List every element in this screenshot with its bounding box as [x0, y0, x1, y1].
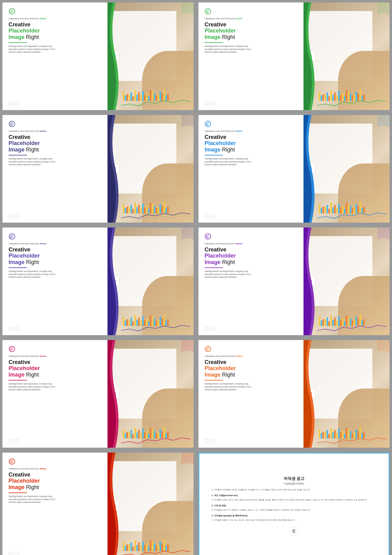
slide-title: Creative Placeholder Image Right [9, 247, 101, 266]
corner-accent [181, 2, 194, 15]
line-chart [317, 211, 386, 220]
slide-pretitle: Letterpress next level trust fund, befor… [205, 355, 297, 358]
copyright-subtitle: Copyright Notice [284, 482, 304, 485]
download-icon[interactable]: ↓ [9, 327, 13, 331]
corner-accent [377, 115, 390, 127]
slide-icon-row: ↓ ↑ [9, 552, 101, 555]
slide-pretitle: Letterpress next level trust fund, befor… [9, 355, 101, 358]
download-icon[interactable]: ↓ [9, 439, 13, 443]
download-icon[interactable]: ↓ [9, 101, 13, 106]
slide: Letterpress next level trust fund, befor… [198, 228, 390, 335]
slide-wrapper: Letterpress next level trust fund, befor… [0, 450, 196, 555]
download-icon[interactable]: ↓ [205, 327, 209, 331]
copyright-title: 저작권 공고 [284, 476, 305, 481]
share-icon[interactable]: ↑ [15, 214, 19, 218]
slide-title: Creative Placeholder Image Right [205, 134, 297, 153]
share-icon[interactable]: ↑ [211, 439, 215, 443]
slide-left: Letterpress next level trust fund, befor… [2, 2, 107, 110]
download-icon[interactable]: ↓ [205, 439, 209, 443]
slide: Letterpress next level trust fund, befor… [198, 340, 390, 448]
bar-chart [123, 121, 190, 213]
share-icon[interactable]: ↑ [15, 552, 19, 555]
slide-right: C [107, 228, 194, 335]
slide-body: Hashtag fashion axe fingerstache, everyd… [9, 495, 101, 504]
share-icon[interactable]: ↑ [211, 101, 215, 106]
slide-icon-row: ↓ ↑ [205, 101, 297, 106]
corner-accent [377, 228, 390, 240]
line-chart [121, 436, 190, 445]
slide-logo-icon [9, 233, 15, 240]
slide: Letterpress next level trust fund, befor… [198, 2, 390, 110]
line-chart [317, 436, 386, 445]
slide-right: C [303, 115, 390, 223]
slide-icon-row: ↓ ↑ [205, 327, 297, 331]
slide-right: C [303, 340, 390, 448]
slide: Letterpress next level trust fund, befor… [2, 115, 194, 223]
slide-pretitle: Letterpress next level trust fund, befor… [9, 242, 101, 245]
slide-body: Hashtag fashion axe fingerstache, everyd… [205, 382, 297, 391]
slide-wrapper: Letterpress next level trust fund, befor… [0, 225, 196, 338]
slide-icon-row: ↓ ↑ [9, 214, 101, 218]
slide-title: Creative Placeholder Image Right [9, 472, 101, 491]
slide-body: Hashtag fashion axe fingerstache, everyd… [205, 270, 297, 279]
bar-chart [319, 9, 386, 101]
slide-right: C [107, 453, 194, 555]
download-icon[interactable]: ↓ [9, 552, 13, 555]
slide-left: Letterpress next level trust fund, befor… [198, 2, 303, 110]
share-icon[interactable]: ↑ [15, 101, 19, 106]
slide-icon-row: ↓ ↑ [9, 327, 101, 331]
slide-title: Creative Placeholder Image Right [9, 134, 101, 153]
slide-pretitle: Letterpress next level trust fund, befor… [205, 130, 297, 133]
slide-left: Letterpress next level trust fund, befor… [2, 340, 107, 448]
wave-accent [107, 453, 119, 555]
line-chart [317, 323, 386, 333]
line-chart [121, 98, 190, 108]
slide-logo-icon [9, 8, 15, 15]
slide-logo-icon [205, 233, 211, 240]
bar-chart [319, 346, 386, 438]
slide-right: C [303, 228, 390, 335]
share-icon[interactable]: ↑ [15, 439, 19, 443]
share-icon[interactable]: ↑ [211, 327, 215, 331]
slide-icon-row: ↓ ↑ [9, 101, 101, 106]
slide-icon-row: ↓ ↑ [205, 439, 297, 443]
bar-chart [123, 234, 190, 326]
share-icon[interactable]: ↑ [211, 214, 215, 218]
slide-wrapper: Letterpress next level trust fund, befor… [0, 113, 196, 225]
download-icon[interactable]: ↓ [9, 214, 13, 218]
share-icon[interactable]: ↑ [15, 327, 19, 331]
corner-accent [377, 340, 390, 352]
slide-wrapper: Letterpress next level trust fund, befor… [196, 338, 392, 450]
slide: Letterpress next level trust fund, befor… [2, 453, 194, 555]
download-icon[interactable]: ↓ [205, 101, 209, 106]
copyright-body: 이 저작물은 저작권법에 의하여 보호를 받는 저작물입니다. 이 저작물을 구… [212, 488, 376, 524]
wave-accent [107, 228, 119, 335]
copyright-slide: 저작권 공고 Copyright Notice 이 저작물은 저작권법에 의하여… [198, 453, 390, 555]
slide: Letterpress next level trust fund, befor… [2, 2, 194, 110]
slide-body: Hashtag fashion axe fingerstache, everyd… [205, 157, 297, 166]
corner-accent [181, 453, 194, 465]
slide-right: C [107, 2, 194, 110]
corner-accent [181, 340, 194, 352]
slide-pretitle: Letterpress next level trust fund, befor… [205, 242, 297, 245]
bar-chart [123, 346, 190, 438]
slide-icon-row: ↓ ↑ [205, 214, 297, 218]
bar-chart [123, 9, 190, 101]
wave-accent [303, 228, 315, 335]
slide-title: Creative Placeholder Image Right [205, 359, 297, 378]
slide-left: Letterpress next level trust fund, befor… [198, 115, 303, 223]
bar-chart [319, 121, 386, 213]
slide-pretitle: Letterpress next level trust fund, befor… [9, 17, 101, 20]
line-chart [121, 549, 190, 555]
slide-title: Creative Placeholder Image Right [9, 21, 101, 40]
slide-body: Hashtag fashion axe fingerstache, everyd… [205, 45, 297, 54]
slide-right: C [303, 2, 390, 110]
wave-accent [303, 115, 315, 223]
slide-wrapper: Letterpress next level trust fund, befor… [0, 338, 196, 450]
slide-title: Creative Placeholder Image Right [205, 21, 297, 40]
slide-left: Letterpress next level trust fund, befor… [2, 115, 107, 223]
download-icon[interactable]: ↓ [205, 214, 209, 218]
slide-left: Letterpress next level trust fund, befor… [2, 453, 107, 555]
slide-title: Creative Placeholder Image Right [9, 359, 101, 378]
slide-right: C [107, 340, 194, 448]
